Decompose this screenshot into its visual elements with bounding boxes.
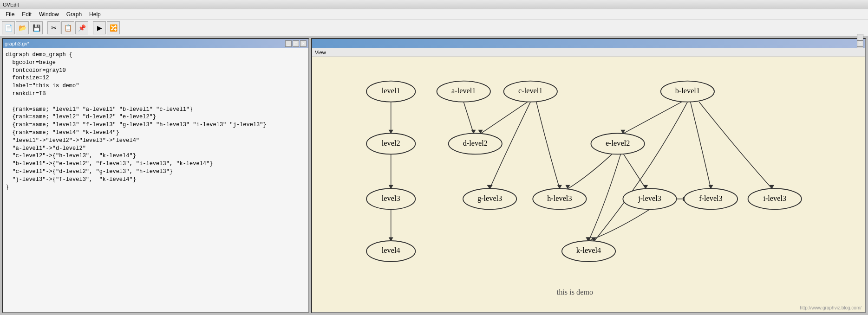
menu-window[interactable]: Window bbox=[35, 10, 63, 19]
cut-button[interactable]: ✂ bbox=[47, 21, 60, 34]
svg-text:e-level2: e-level2 bbox=[606, 139, 630, 148]
app-title: GVEdit bbox=[3, 2, 19, 7]
toolbar: 📄 📂 💾 ✂ 📋 📌 ▶ 🔀 bbox=[0, 19, 868, 36]
main-area: graph3.gv* _ □ ✕ digraph demo_graph { bg… bbox=[0, 36, 868, 315]
svg-text:g-level3: g-level3 bbox=[477, 194, 502, 203]
svg-text:level4: level4 bbox=[382, 246, 400, 255]
svg-text:i-level3: i-level3 bbox=[763, 194, 786, 203]
editor-title-controls: _ □ ✕ bbox=[285, 40, 307, 47]
svg-text:c-level1: c-level1 bbox=[518, 87, 542, 95]
graph-svg: level1 a-level1 c-level1 b-level1 level2 bbox=[312, 57, 865, 312]
graph-maximize-button[interactable]: □ bbox=[857, 40, 863, 47]
open-button[interactable]: 📂 bbox=[16, 21, 29, 34]
svg-text:a-level1: a-level1 bbox=[451, 87, 476, 95]
svg-text:h-level3: h-level3 bbox=[547, 194, 572, 203]
new-button[interactable]: 📄 bbox=[2, 21, 15, 34]
menu-help[interactable]: Help bbox=[85, 10, 104, 19]
save-button[interactable]: 💾 bbox=[30, 21, 43, 34]
editor-title-bar: graph3.gv* _ □ ✕ bbox=[3, 39, 308, 48]
menu-graph[interactable]: Graph bbox=[63, 10, 85, 19]
menu-file[interactable]: File bbox=[2, 10, 18, 19]
svg-text:d-level2: d-level2 bbox=[463, 139, 488, 148]
svg-text:f-level3: f-level3 bbox=[699, 194, 723, 203]
editor-minimize-button[interactable]: _ bbox=[285, 40, 292, 47]
run-button[interactable]: ▶ bbox=[93, 21, 106, 34]
graph-minimize-button[interactable]: _ bbox=[857, 34, 863, 40]
toolbar-sep-2 bbox=[89, 21, 92, 34]
graph-title-bar: _ □ ✕ bbox=[312, 39, 865, 48]
editor-content[interactable]: digraph demo_graph { bgcolor=beige fontc… bbox=[3, 48, 308, 312]
layout-button[interactable]: 🔀 bbox=[107, 21, 120, 34]
svg-text:this is demo: this is demo bbox=[557, 288, 594, 296]
editor-maximize-button[interactable]: □ bbox=[293, 40, 299, 47]
editor-title: graph3.gv* bbox=[5, 41, 29, 46]
svg-line-8 bbox=[481, 102, 528, 134]
svg-text:level1: level1 bbox=[382, 87, 400, 95]
graph-view-label: View bbox=[312, 48, 865, 57]
graph-window: _ □ ✕ View bbox=[311, 38, 866, 313]
editor-window: graph3.gv* _ □ ✕ digraph demo_graph { bg… bbox=[2, 38, 309, 313]
svg-text:level3: level3 bbox=[382, 194, 400, 203]
right-panel: _ □ ✕ View bbox=[311, 36, 868, 315]
svg-line-6 bbox=[463, 102, 473, 134]
paste-button[interactable]: 📌 bbox=[75, 21, 88, 34]
svg-text:b-level1: b-level1 bbox=[675, 87, 700, 95]
copy-button[interactable]: 📋 bbox=[61, 21, 74, 34]
svg-text:level2: level2 bbox=[382, 139, 400, 148]
svg-text:k-level4: k-level4 bbox=[576, 246, 601, 255]
editor-close-button[interactable]: ✕ bbox=[300, 40, 307, 47]
menu-edit[interactable]: Edit bbox=[18, 10, 35, 19]
graph-content[interactable]: level1 a-level1 c-level1 b-level1 level2 bbox=[312, 57, 865, 312]
title-bar: GVEdit bbox=[0, 0, 868, 9]
menu-bar: File Edit Window Graph Help bbox=[0, 9, 868, 19]
svg-text:j-level3: j-level3 bbox=[638, 194, 661, 203]
watermark: http://www.graphviz.blog.com/ bbox=[800, 305, 861, 310]
svg-line-18 bbox=[624, 154, 646, 188]
toolbar-sep-1 bbox=[44, 21, 46, 34]
left-panel: graph3.gv* _ □ ✕ digraph demo_graph { bg… bbox=[0, 36, 311, 315]
